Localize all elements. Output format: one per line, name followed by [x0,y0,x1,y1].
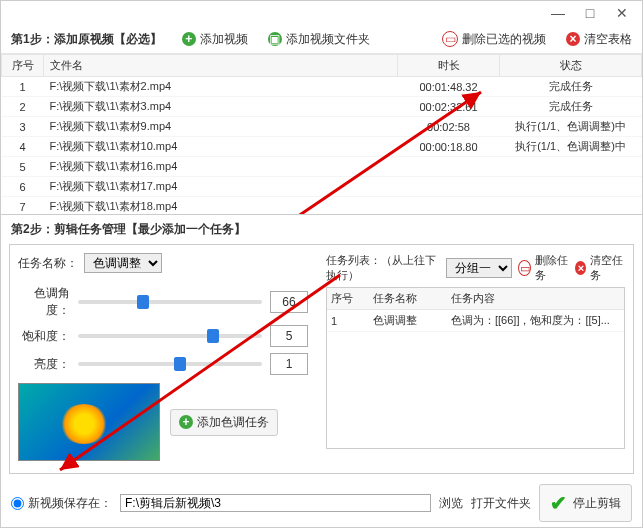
close-button[interactable]: ✕ [606,3,638,23]
plus-icon: + [179,415,193,429]
saturation-label: 饱和度： [18,328,70,345]
clear-table-button[interactable]: ×清空表格 [566,31,632,48]
task-row[interactable]: 1色调调整色调为：[[66]]，饱和度为：[[5]... [327,310,624,332]
folder-plus-icon: ▣ [268,32,282,46]
col-status[interactable]: 状态 [500,55,642,77]
task-list-panel: 任务列表：（从上往下执行） 分组一 ▭删除任务 ×清空任务 序号 任务名称 任务… [326,253,625,449]
step2-title: 第2步：剪辑任务管理【最少添加一个任务】 [1,215,642,244]
clear-task-button[interactable]: ×清空任务 [575,253,625,283]
brightness-value[interactable]: 1 [270,353,308,375]
minimize-button[interactable]: — [542,3,574,23]
task-list-label: 任务列表：（从上往下执行） [326,253,440,283]
save-row: 新视频保存在： 浏览 打开文件夹 ✔停止剪辑 [1,478,642,528]
delete-selected-button[interactable]: ▭删除已选的视频 [442,31,546,48]
title-bar: — □ ✕ [1,1,642,25]
x-icon: × [575,261,586,275]
hue-slider[interactable] [78,300,262,304]
browse-button[interactable]: 浏览 [439,495,463,512]
step1-toolbar: 第1步：添加原视频【必选】 +添加视频 ▣添加视频文件夹 ▭删除已选的视频 ×清… [1,25,642,54]
plus-icon: + [182,32,196,46]
x-icon: × [566,32,580,46]
add-video-button[interactable]: +添加视频 [182,31,248,48]
brightness-slider[interactable] [78,362,262,366]
step2-panel: 任务名称： 色调调整 色调角度： 66 饱和度： 5 亮度： 1 +添加色调任务 [9,244,634,474]
table-row[interactable]: 1F:\视频下载\1\素材2.mp400:01:48.32完成任务 [2,77,642,97]
task-name-label: 任务名称： [18,255,78,272]
table-row[interactable]: 5F:\视频下载\1\素材16.mp4 [2,157,642,177]
add-folder-button[interactable]: ▣添加视频文件夹 [268,31,370,48]
table-row[interactable]: 7F:\视频下载\1\素材18.mp4 [2,197,642,216]
preview-image [18,383,160,461]
col-filename[interactable]: 文件名 [44,55,398,77]
task-col-index[interactable]: 序号 [327,288,369,310]
brightness-label: 亮度： [18,356,70,373]
save-path-input[interactable] [120,494,431,512]
delete-task-button[interactable]: ▭删除任务 [518,253,569,283]
task-col-name[interactable]: 任务名称 [369,288,447,310]
video-table-wrap[interactable]: 序号 文件名 时长 状态 1F:\视频下载\1\素材2.mp400:01:48.… [1,54,642,215]
add-color-task-button[interactable]: +添加色调任务 [170,409,278,436]
maximize-button[interactable]: □ [574,3,606,23]
task-list-table: 序号 任务名称 任务内容 1色调调整色调为：[[66]]，饱和度为：[[5]..… [327,288,624,332]
step1-title: 第1步：添加原视频【必选】 [11,31,162,48]
saturation-value[interactable]: 5 [270,325,308,347]
stop-button[interactable]: ✔停止剪辑 [539,484,632,522]
video-table: 序号 文件名 时长 状态 1F:\视频下载\1\素材2.mp400:01:48.… [1,54,642,215]
saturation-slider[interactable] [78,334,262,338]
save-new-radio[interactable]: 新视频保存在： [11,495,112,512]
check-icon: ✔ [550,491,567,515]
table-row[interactable]: 4F:\视频下载\1\素材10.mp400:00:18.80执行(1/1、色调调… [2,137,642,157]
hue-value[interactable]: 66 [270,291,308,313]
minus-icon: ▭ [518,260,531,276]
table-row[interactable]: 3F:\视频下载\1\素材9.mp400:02:58执行(1/1、色调调整)中 [2,117,642,137]
table-row[interactable]: 6F:\视频下载\1\素材17.mp4 [2,177,642,197]
sliders-panel: 色调角度： 66 饱和度： 5 亮度： 1 +添加色调任务 [18,279,308,461]
open-folder-button[interactable]: 打开文件夹 [471,495,531,512]
task-name-select[interactable]: 色调调整 [84,253,162,273]
col-index[interactable]: 序号 [2,55,44,77]
task-col-content[interactable]: 任务内容 [447,288,624,310]
table-row[interactable]: 2F:\视频下载\1\素材3.mp400:02:32.61完成任务 [2,97,642,117]
task-group-select[interactable]: 分组一 [446,258,512,278]
col-duration[interactable]: 时长 [398,55,500,77]
hue-label: 色调角度： [18,285,70,319]
minus-icon: ▭ [442,31,458,47]
task-list-table-wrap[interactable]: 序号 任务名称 任务内容 1色调调整色调为：[[66]]，饱和度为：[[5]..… [326,287,625,449]
